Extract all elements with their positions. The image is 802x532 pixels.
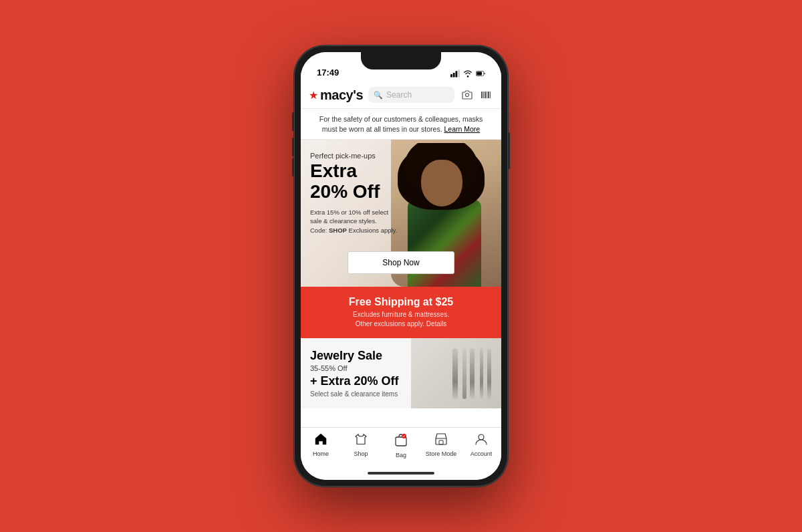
svg-rect-5 bbox=[477, 72, 482, 75]
store-icon bbox=[435, 433, 447, 448]
home-bar bbox=[301, 467, 501, 480]
jewelry-sub: Select sale & clearance items bbox=[310, 390, 492, 398]
safety-banner: For the safety of our customers & collea… bbox=[301, 109, 501, 140]
shirt-icon bbox=[355, 433, 367, 448]
bag-icon bbox=[395, 433, 407, 450]
shop-now-button[interactable]: Shop Now bbox=[348, 251, 454, 274]
hero-banner: Perfect pick-me-ups Extra 20% Off Extra … bbox=[301, 140, 501, 287]
home-indicator bbox=[368, 472, 434, 475]
model-face bbox=[421, 160, 462, 207]
svg-rect-0 bbox=[450, 74, 452, 78]
macy-star-icon: ★ bbox=[309, 89, 318, 102]
svg-rect-12 bbox=[490, 92, 491, 98]
svg-rect-15 bbox=[436, 438, 446, 444]
macy-name: macy's bbox=[320, 88, 363, 103]
svg-rect-10 bbox=[487, 92, 487, 98]
svg-rect-9 bbox=[485, 92, 486, 98]
nav-item-home[interactable]: Home bbox=[301, 433, 341, 458]
shipping-title: Free Shipping at $25 bbox=[311, 296, 491, 308]
nav-item-bag[interactable]: Bag bbox=[381, 433, 421, 458]
search-icon: 🔍 bbox=[374, 91, 383, 100]
battery-icon bbox=[476, 70, 485, 78]
nav-item-account[interactable]: Account bbox=[461, 433, 501, 458]
nav-label-bag: Bag bbox=[396, 452, 406, 458]
model-outfit bbox=[408, 200, 481, 287]
notch bbox=[361, 52, 441, 70]
barcode-icon[interactable] bbox=[479, 88, 493, 102]
shipping-subtitle: Excludes furniture & mattresses.Other ex… bbox=[311, 310, 491, 329]
phone-frame: 17:49 bbox=[294, 45, 508, 487]
hero-eyebrow: Perfect pick-me-ups bbox=[310, 152, 402, 160]
hero-headline: Extra 20% Off bbox=[310, 161, 402, 203]
svg-rect-1 bbox=[453, 73, 455, 78]
nav-item-store[interactable]: Store Mode bbox=[421, 433, 461, 458]
macy-logo: ★ macy's bbox=[309, 88, 363, 103]
header-icons bbox=[460, 88, 493, 102]
svg-rect-3 bbox=[458, 70, 460, 77]
svg-point-6 bbox=[466, 94, 469, 97]
shipping-banner[interactable]: Free Shipping at $25 Excludes furniture … bbox=[301, 287, 501, 338]
phone-screen: 17:49 bbox=[301, 52, 501, 480]
home-icon bbox=[315, 433, 327, 448]
hero-code-suffix: Exclusions apply. bbox=[349, 227, 398, 234]
hero-text: Perfect pick-me-ups Extra 20% Off Extra … bbox=[301, 140, 411, 244]
hero-code: SHOP bbox=[329, 227, 347, 234]
learn-more-link[interactable]: Learn More bbox=[444, 125, 480, 133]
signal-icon bbox=[450, 70, 460, 78]
svg-rect-2 bbox=[455, 71, 457, 77]
svg-rect-11 bbox=[488, 92, 489, 98]
svg-rect-8 bbox=[483, 92, 484, 98]
jewelry-extra-off: + Extra 20% Off bbox=[310, 374, 492, 388]
svg-rect-7 bbox=[481, 92, 483, 98]
status-bar: 17:49 bbox=[301, 52, 501, 82]
app-content[interactable]: ★ macy's 🔍 Search bbox=[301, 82, 501, 427]
svg-point-17 bbox=[479, 434, 484, 440]
nav-item-shop[interactable]: Shop bbox=[341, 433, 381, 458]
nav-label-shop: Shop bbox=[354, 450, 368, 457]
status-icons bbox=[450, 70, 485, 78]
svg-rect-13 bbox=[396, 437, 406, 446]
nav-label-home: Home bbox=[313, 450, 329, 457]
hero-subtext: Extra 15% or 10% off select sale & clear… bbox=[310, 208, 402, 235]
jewelry-section: Jewelry Sale 35-55% Off + Extra 20% Off … bbox=[301, 338, 501, 408]
camera-icon[interactable] bbox=[460, 88, 475, 102]
bottom-nav: Home Shop bbox=[301, 427, 501, 467]
svg-rect-16 bbox=[439, 440, 443, 444]
search-bar[interactable]: 🔍 Search bbox=[368, 87, 454, 103]
person-icon bbox=[475, 433, 487, 448]
nav-label-store: Store Mode bbox=[426, 450, 457, 457]
nav-label-account: Account bbox=[471, 450, 493, 457]
jewelry-title: Jewelry Sale bbox=[310, 349, 492, 363]
search-placeholder: Search bbox=[386, 90, 412, 100]
jewelry-off: 35-55% Off bbox=[310, 364, 492, 372]
hero-code-label: Code: bbox=[310, 227, 327, 234]
app-header: ★ macy's 🔍 Search bbox=[301, 82, 501, 109]
status-time: 17:49 bbox=[317, 68, 339, 78]
wifi-icon bbox=[463, 70, 473, 78]
jewelry-text: Jewelry Sale 35-55% Off + Extra 20% Off … bbox=[310, 349, 492, 398]
